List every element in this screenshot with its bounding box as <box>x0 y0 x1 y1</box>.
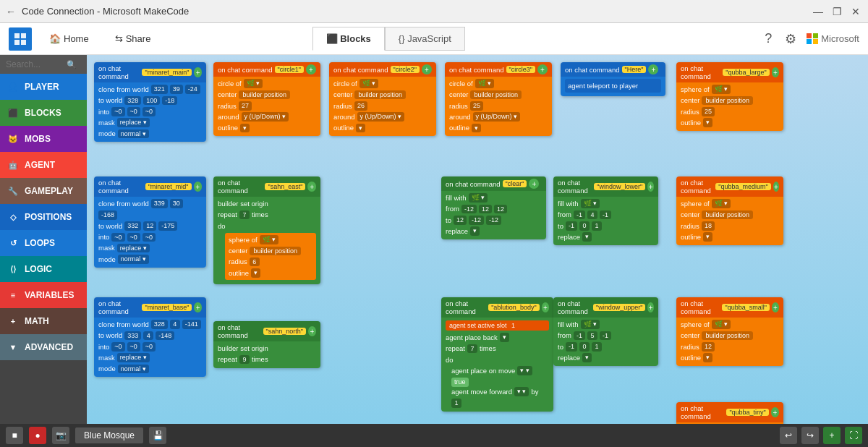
svg-rect-3 <box>21 40 26 45</box>
add-btn-wl[interactable]: + <box>647 182 654 192</box>
settings-icon[interactable]: ⚙ <box>782 28 799 50</box>
project-name-label: Blue Mosque <box>75 427 143 443</box>
gameplay-label: GAMEPLAY <box>25 186 73 196</box>
home-button[interactable]: 🏠 Home <box>41 29 98 48</box>
stop-button[interactable]: ■ <box>6 427 23 444</box>
block-window-lower[interactable]: on chat command "window_lower" + fill wi… <box>553 176 658 245</box>
block-qubba-small[interactable]: on chat command "qubba_small" + sphere o… <box>676 297 783 366</box>
sidebar-item-blocks[interactable]: ⬛ BLOCKS <box>0 100 87 126</box>
block-here[interactable]: on chat command "Here" + agent teleport … <box>561 62 665 96</box>
toolbar: 🏠 Home ⇆ Share ⬛ Blocks {} JavaScript ? … <box>0 23 868 55</box>
sidebar-item-agent[interactable]: 🤖 AGENT <box>0 152 87 178</box>
block-minaret-base[interactable]: on chat command "minaret_base" + clone f… <box>94 297 206 377</box>
sidebar-item-advanced[interactable]: ▼ ADVANCED <box>0 334 87 360</box>
add-btn-ab[interactable]: + <box>542 302 549 312</box>
bottombar: ■ ● 📷 Blue Mosque 💾 ↩ ↪ + ⛶ <box>0 424 868 447</box>
camera-button[interactable]: 📷 <box>52 427 69 444</box>
agent-label: AGENT <box>25 160 55 170</box>
sidebar-item-logic[interactable]: ⟨⟩ LOGIC <box>0 256 87 282</box>
sidebar-item-player[interactable]: 👤 PLAYER <box>0 74 87 100</box>
variables-label: VARIABLES <box>25 290 74 300</box>
titlebar: ← Code Connection - Microsoft MakeCode —… <box>0 0 868 23</box>
block-qubba-large[interactable]: on chat command "qubba_large" + sphere o… <box>676 62 783 131</box>
add-btn-qm[interactable]: + <box>773 182 779 192</box>
record-button[interactable]: ● <box>29 427 46 444</box>
player-label: PLAYER <box>25 82 59 92</box>
search-input[interactable] <box>6 59 64 69</box>
undo-button[interactable]: ↩ <box>780 427 797 444</box>
toolbar-right: ? ⚙ Microsoft <box>762 28 859 50</box>
add-btn-here[interactable]: + <box>648 64 658 74</box>
fullscreen-button[interactable]: ⛶ <box>845 427 862 444</box>
block-qubba-medium[interactable]: on chat command "qubba_medium" + sphere … <box>676 176 783 245</box>
add-btn-qs[interactable]: + <box>772 302 779 312</box>
add-btn-c3[interactable]: + <box>537 64 548 74</box>
add-btn-c1[interactable]: + <box>306 64 316 74</box>
add-btn-se[interactable]: + <box>307 182 316 192</box>
positions-icon: ◇ <box>6 210 20 224</box>
search-box[interactable]: 🔍 <box>0 55 87 74</box>
minimize-button[interactable]: — <box>812 5 825 18</box>
code-canvas[interactable]: on chat command "minaret_main" + clone f… <box>87 55 868 424</box>
advanced-label: ADVANCED <box>25 342 73 352</box>
agent-icon: 🤖 <box>6 158 20 172</box>
sidebar-item-loops[interactable]: ↺ LOOPS <box>0 230 87 256</box>
blocks-cat-icon: ⬛ <box>6 106 20 120</box>
blocks-icon: ⬛ <box>326 33 338 44</box>
tab-javascript[interactable]: {} JavaScript <box>385 27 465 51</box>
block-qubba-tiny[interactable]: on chat command "qubba_tiny" + sphere of… <box>676 402 783 424</box>
save-button[interactable]: 💾 <box>149 427 166 444</box>
loops-icon: ↺ <box>6 236 20 250</box>
sidebar-item-variables[interactable]: ≡ VARIABLES <box>0 282 87 308</box>
tab-blocks[interactable]: ⬛ Blocks <box>312 27 385 51</box>
add-block-button[interactable]: + <box>823 427 841 444</box>
player-icon: 👤 <box>6 80 20 94</box>
block-minaret-mid[interactable]: on chat command "minaret_mid" + clone fr… <box>94 176 206 268</box>
close-button[interactable]: ✕ <box>849 5 862 18</box>
add-btn-qt[interactable]: + <box>771 407 779 417</box>
back-button[interactable]: ← <box>6 6 16 17</box>
add-btn-mm[interactable]: + <box>194 182 202 192</box>
sidebar-item-math[interactable]: + MATH <box>0 308 87 334</box>
add-btn-wu[interactable]: + <box>647 302 654 312</box>
bottombar-right: ↩ ↪ + ⛶ <box>780 427 862 444</box>
add-btn-sn[interactable]: + <box>308 326 316 336</box>
add-btn-ql[interactable]: + <box>772 67 779 77</box>
sidebar-item-gameplay[interactable]: 🔧 GAMEPLAY <box>0 178 87 204</box>
variables-icon: ≡ <box>6 288 20 302</box>
svg-rect-0 <box>14 33 20 38</box>
svg-rect-2 <box>14 40 20 45</box>
maximize-button[interactable]: ❐ <box>830 5 843 18</box>
sidebar-item-positions[interactable]: ◇ POSITIONS <box>0 204 87 230</box>
redo-button[interactable]: ↪ <box>801 427 819 444</box>
block-window-upper[interactable]: on chat command "window_upper" + fill wi… <box>553 297 658 366</box>
search-icon: 🔍 <box>67 60 77 69</box>
share-icon: ⇆ <box>115 33 123 44</box>
share-button[interactable]: ⇆ Share <box>106 29 160 48</box>
block-circle1[interactable]: on chat command "circle1" + circle of 🌿 … <box>213 62 320 136</box>
block-clear[interactable]: on chat command "clear" + fill with 🌿 fr… <box>441 176 546 239</box>
add-btn-clear[interactable]: + <box>529 179 539 189</box>
block-circle2[interactable]: on chat command "circle2" + circle of 🌿 … <box>329 62 436 136</box>
block-circle3[interactable]: on chat command "circle3" + circle of 🌿 … <box>445 62 552 136</box>
mobs-icon: 🐱 <box>6 132 20 146</box>
svg-rect-1 <box>21 33 26 38</box>
loops-label: LOOPS <box>25 238 55 248</box>
sidebar: 🔍 👤 PLAYER ⬛ BLOCKS 🐱 MOBS 🤖 AGENT 🔧 GAM… <box>0 55 87 424</box>
block-ablution-body[interactable]: on chat command "ablution_body" + agent … <box>441 297 553 412</box>
add-btn-mb[interactable]: + <box>194 302 202 312</box>
blocks-label: BLOCKS <box>25 108 61 118</box>
app-logo <box>9 27 32 51</box>
positions-label: POSITIONS <box>25 212 72 222</box>
microsoft-logo: Microsoft <box>807 33 859 45</box>
block-sahn-east[interactable]: on chat command "sahn_east" + builder se… <box>213 176 320 284</box>
window-title: Code Connection - Microsoft MakeCode <box>22 6 806 17</box>
block-sahn-north[interactable]: on chat command "sahn_north" + builder s… <box>213 321 320 368</box>
sidebar-item-mobs[interactable]: 🐱 MOBS <box>0 126 87 152</box>
help-icon[interactable]: ? <box>762 28 775 49</box>
gameplay-icon: 🔧 <box>6 184 20 198</box>
agent-slot-block: agent set active slot 1 <box>446 320 549 331</box>
add-btn[interactable]: + <box>194 67 202 77</box>
block-minaret-main[interactable]: on chat command "minaret_main" + clone f… <box>94 62 206 142</box>
add-btn-c2[interactable]: + <box>422 64 432 74</box>
